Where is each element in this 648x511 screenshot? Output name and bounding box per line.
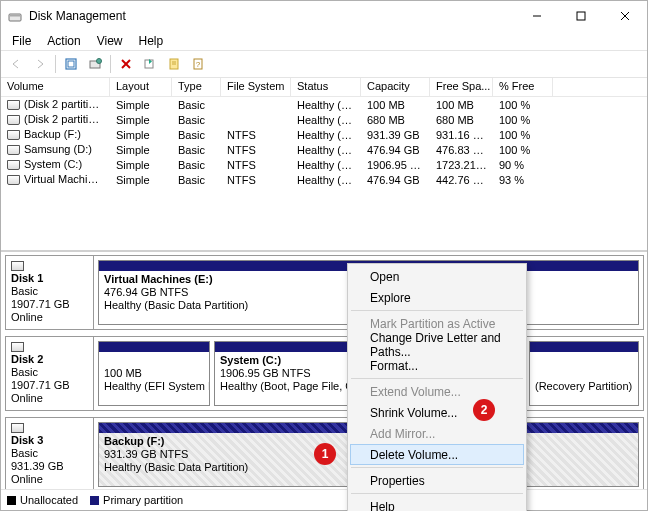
- ctx-open[interactable]: Open: [350, 266, 524, 287]
- list-header: Volume Layout Type File System Status Ca…: [1, 78, 647, 97]
- back-button: [4, 52, 28, 76]
- maximize-button[interactable]: [559, 1, 603, 31]
- refresh-button[interactable]: [59, 52, 83, 76]
- menu-help[interactable]: Help: [132, 33, 171, 49]
- forward-button: [28, 52, 52, 76]
- volume-row[interactable]: Backup (F:)SimpleBasicNTFSHealthy (B...9…: [1, 127, 647, 142]
- disk-row: Disk 1 Basic 1907.71 GB Online Virtual M…: [5, 255, 644, 330]
- app-icon: [7, 8, 23, 24]
- col-volume[interactable]: Volume: [1, 78, 110, 96]
- ctx-properties[interactable]: Properties: [350, 470, 524, 491]
- col-type[interactable]: Type: [172, 78, 221, 96]
- volume-list: Volume Layout Type File System Status Ca…: [1, 78, 647, 252]
- menubar: File Action View Help: [1, 31, 647, 50]
- legend: Unallocated Primary partition: [1, 489, 647, 510]
- svg-rect-7: [68, 61, 74, 67]
- ctx-help[interactable]: Help: [350, 496, 524, 511]
- disk-row: Disk 2 Basic 1907.71 GB Online 100 MBHea…: [5, 336, 644, 411]
- toolbar: ?: [1, 50, 647, 78]
- col-status[interactable]: Status: [291, 78, 361, 96]
- toolbar-separator: [55, 55, 56, 73]
- help-icon[interactable]: ?: [186, 52, 210, 76]
- ctx-add-mirror: Add Mirror...: [350, 423, 524, 444]
- minimize-button[interactable]: [515, 1, 559, 31]
- ctx-extend-volume: Extend Volume...: [350, 381, 524, 402]
- disk-info[interactable]: Disk 1 Basic 1907.71 GB Online: [6, 256, 94, 329]
- col-capacity[interactable]: Capacity: [361, 78, 430, 96]
- ctx-change-drive-letter[interactable]: Change Drive Letter and Paths...: [350, 334, 524, 355]
- svg-point-9: [97, 59, 102, 64]
- ctx-shrink-volume[interactable]: Shrink Volume...: [350, 402, 524, 423]
- delete-icon[interactable]: [114, 52, 138, 76]
- menu-action[interactable]: Action: [40, 33, 87, 49]
- col-freespace[interactable]: Free Spa...: [430, 78, 493, 96]
- svg-rect-1: [10, 15, 20, 17]
- callout-2: 2: [473, 399, 495, 421]
- svg-rect-3: [577, 12, 585, 20]
- volume-row[interactable]: (Disk 2 partition 4)SimpleBasicHealthy (…: [1, 112, 647, 127]
- disk-info[interactable]: Disk 3 Basic 931.39 GB Online: [6, 418, 94, 489]
- col-pctfree[interactable]: % Free: [493, 78, 553, 96]
- legend-primary: Primary partition: [103, 494, 183, 506]
- menu-view[interactable]: View: [90, 33, 130, 49]
- svg-text:?: ?: [196, 60, 201, 69]
- context-menu: Open Explore Mark Partition as Active Ch…: [347, 263, 527, 511]
- col-filesystem[interactable]: File System: [221, 78, 291, 96]
- volume-row[interactable]: System (C:)SimpleBasicNTFSHealthy (B...1…: [1, 157, 647, 172]
- ctx-delete-volume[interactable]: Delete Volume...: [350, 444, 524, 465]
- toolbar-separator: [110, 55, 111, 73]
- volume-block[interactable]: (Recovery Partition): [529, 341, 639, 406]
- volume-row[interactable]: (Disk 2 partition 1)SimpleBasicHealthy (…: [1, 97, 647, 112]
- titlebar: Disk Management: [1, 1, 647, 31]
- volume-row[interactable]: Samsung (D:)SimpleBasicNTFSHealthy (B...…: [1, 142, 647, 157]
- volume-block[interactable]: 100 MBHealthy (EFI System Pa: [98, 341, 210, 406]
- settings-button[interactable]: [83, 52, 107, 76]
- close-button[interactable]: [603, 1, 647, 31]
- disk-info[interactable]: Disk 2 Basic 1907.71 GB Online: [6, 337, 94, 410]
- legend-unallocated: Unallocated: [20, 494, 78, 506]
- action-button[interactable]: [138, 52, 162, 76]
- ctx-explore[interactable]: Explore: [350, 287, 524, 308]
- callout-1: 1: [314, 443, 336, 465]
- col-layout[interactable]: Layout: [110, 78, 172, 96]
- properties-button[interactable]: [162, 52, 186, 76]
- volume-row[interactable]: Virtual Machines (...SimpleBasicNTFSHeal…: [1, 172, 647, 187]
- menu-file[interactable]: File: [5, 33, 38, 49]
- window-title: Disk Management: [29, 9, 126, 23]
